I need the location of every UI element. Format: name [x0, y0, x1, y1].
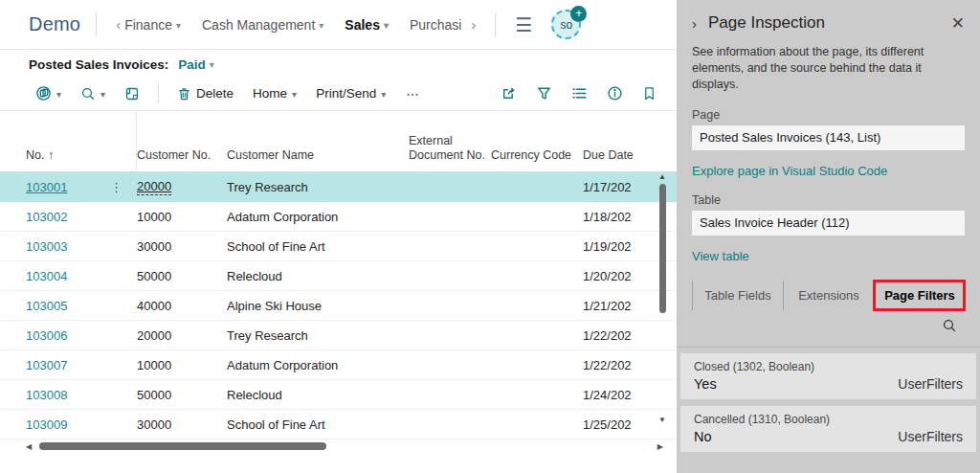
table-row[interactable]: 103002 ⋮ 10000 Adatum Corporation 1/18/2… — [0, 202, 677, 232]
invoice-no-link[interactable]: 103007 — [26, 358, 67, 372]
customer-no-cell[interactable]: 30000 — [137, 417, 227, 432]
horizontal-scrollbar[interactable]: ◀ ▶ — [0, 439, 677, 453]
nav-forward-icon[interactable]: › — [467, 16, 479, 33]
column-header-customer-name[interactable]: Customer Name — [227, 148, 409, 171]
column-header-due-date[interactable]: Due Date — [583, 148, 652, 171]
view-table-link[interactable]: View table — [692, 249, 749, 263]
due-date-cell: 1/24/202 — [583, 388, 652, 402]
scroll-down-icon[interactable]: ▼ — [657, 416, 667, 425]
scroll-left-icon[interactable]: ◀ — [26, 442, 32, 451]
due-date-cell: 1/19/202 — [583, 239, 652, 254]
table-row[interactable]: 103004 ⋮ 50000 Relecloud 1/20/202 — [0, 261, 677, 291]
home-label: Home — [253, 86, 287, 101]
panel-tab[interactable]: Extensions — [783, 281, 874, 310]
table-row[interactable]: 103008 ⋮ 50000 Relecloud 1/24/202 — [0, 380, 677, 410]
more-options-button[interactable]: ⋯ — [398, 86, 428, 101]
panel-tab[interactable]: Table Fields — [692, 281, 783, 310]
nav-item[interactable]: Cash Management ▾ — [202, 17, 323, 33]
views-button[interactable]: ▾ — [29, 81, 68, 105]
invoice-no-link[interactable]: 103006 — [26, 328, 67, 343]
customer-no-cell[interactable]: 40000 — [137, 299, 227, 313]
share-button[interactable] — [494, 81, 523, 105]
invoice-no-link[interactable]: 103005 — [26, 299, 67, 313]
filter-card[interactable]: Cancelled (1310, Boolean) No UserFilters — [680, 406, 976, 452]
column-header-external-document-no[interactable]: External Document No. — [409, 134, 491, 171]
nav-item[interactable]: Finance ▾ — [124, 17, 181, 33]
nav-item-label: Cash Management — [202, 17, 315, 33]
table-row[interactable]: 103005 ⋮ 40000 Alpine Ski House 1/21/202 — [0, 291, 677, 321]
info-icon — [607, 85, 623, 101]
filter-search-button[interactable] — [692, 318, 965, 337]
list-icon — [571, 85, 588, 101]
home-menu-button[interactable]: Home ▾ — [246, 82, 303, 104]
customer-no-cell[interactable]: 20000 — [137, 179, 171, 195]
scroll-up-icon[interactable]: ▲ — [657, 172, 667, 182]
column-header-no[interactable]: No. ↑ — [26, 148, 110, 171]
view-filter-dropdown[interactable]: Paid ▾ — [178, 57, 214, 72]
invoice-no-link[interactable]: 103008 — [26, 388, 67, 402]
nav-item[interactable]: Sales ▾ — [345, 17, 389, 33]
invoice-no-link[interactable]: 103003 — [26, 239, 67, 254]
info-button[interactable] — [600, 81, 630, 105]
delete-button[interactable]: Delete — [170, 82, 240, 105]
table-row[interactable]: 103006 ⋮ 20000 Trey Research 1/22/202 — [0, 321, 677, 350]
filter-list: Closed (1302, Boolean) Yes UserFilters C… — [680, 353, 976, 452]
horizontal-scrollbar-thumb[interactable] — [39, 442, 326, 450]
horizontal-scrollbar-track[interactable] — [35, 442, 654, 450]
analyze-button[interactable] — [118, 82, 146, 105]
table-row[interactable]: 103007 ⋮ 10000 Adatum Corporation 1/22/2… — [0, 350, 677, 380]
filter-card[interactable]: Closed (1302, Boolean) Yes UserFilters — [680, 353, 976, 399]
divider — [677, 347, 980, 348]
print-send-menu-button[interactable]: Print/Send ▾ — [309, 82, 392, 104]
chevron-down-icon: ▾ — [100, 89, 105, 100]
table-row[interactable]: 103009 ⋮ 30000 School of Fine Art 1/25/2… — [0, 410, 677, 439]
bookmark-button[interactable] — [635, 81, 663, 105]
customer-no-cell[interactable]: 50000 — [137, 269, 227, 283]
chevron-down-icon: ▾ — [384, 20, 389, 31]
filter-button[interactable] — [529, 81, 559, 105]
divider — [158, 84, 159, 103]
table-row[interactable]: 103003 ⋮ 30000 School of Fine Art 1/19/2… — [0, 232, 677, 261]
table-field-value: Sales Invoice Header (112) — [692, 211, 965, 236]
invoice-no-link[interactable]: 103004 — [26, 269, 67, 283]
search-button[interactable]: ▾ — [74, 82, 112, 105]
company-avatar[interactable]: so + — [551, 10, 581, 39]
customer-no-cell[interactable]: 10000 — [137, 358, 227, 372]
row-options-icon[interactable]: ⋮ — [110, 172, 137, 201]
close-icon[interactable]: ✕ — [951, 15, 965, 32]
column-header-currency-code[interactable]: Currency Code — [491, 148, 583, 171]
customer-no-cell[interactable]: 20000 — [137, 328, 227, 343]
customer-no-cell[interactable]: 10000 — [137, 210, 227, 224]
explore-page-link[interactable]: Explore page in Visual Studio Code — [692, 164, 887, 178]
panel-tab[interactable]: Page Filters — [874, 281, 965, 310]
vertical-scrollbar-thumb[interactable] — [659, 184, 666, 313]
due-date-cell: 1/17/202 — [583, 180, 652, 194]
due-date-cell: 1/22/202 — [583, 328, 652, 343]
customer-name-cell: School of Fine Art — [227, 417, 409, 432]
search-icon — [80, 86, 96, 101]
company-name[interactable]: Demo — [29, 13, 80, 35]
collapse-panel-icon[interactable]: › — [692, 15, 697, 32]
invoice-no-link[interactable]: 103001 — [26, 180, 67, 194]
nav-item[interactable]: Purchasi ▾ — [410, 17, 461, 33]
table-row[interactable]: 103001 ⋮ 20000 Trey Research 1/17/202 — [0, 172, 677, 202]
invoice-no-link[interactable]: 103002 — [26, 210, 67, 224]
chevron-down-icon: ▾ — [292, 89, 297, 100]
filter-field-name: Closed (1302, Boolean) — [694, 360, 963, 373]
invoice-no-link[interactable]: 103009 — [26, 417, 67, 432]
vertical-scrollbar[interactable]: ▲ ▼ — [657, 172, 667, 439]
customer-no-cell[interactable]: 50000 — [137, 388, 227, 402]
action-toolbar: ▾ ▾ Delete Home ▾ — [0, 77, 677, 111]
filter-icon — [536, 85, 552, 101]
panel-description: See information about the page, its diff… — [692, 44, 965, 93]
show-list-button[interactable] — [565, 81, 594, 105]
filter-value: Yes — [694, 376, 717, 392]
due-date-cell: 1/25/202 — [583, 417, 652, 432]
nav-back-icon[interactable]: ‹ — [112, 16, 124, 33]
customer-no-cell[interactable]: 30000 — [137, 239, 227, 254]
table-body: 103001 ⋮ 20000 Trey Research 1/17/202 10… — [0, 172, 677, 439]
scroll-right-icon[interactable]: ▶ — [657, 442, 663, 451]
column-header-customer-no[interactable]: Customer No. — [137, 148, 227, 171]
menu-icon[interactable]: ☰ — [515, 15, 532, 34]
delete-label: Delete — [196, 86, 234, 101]
